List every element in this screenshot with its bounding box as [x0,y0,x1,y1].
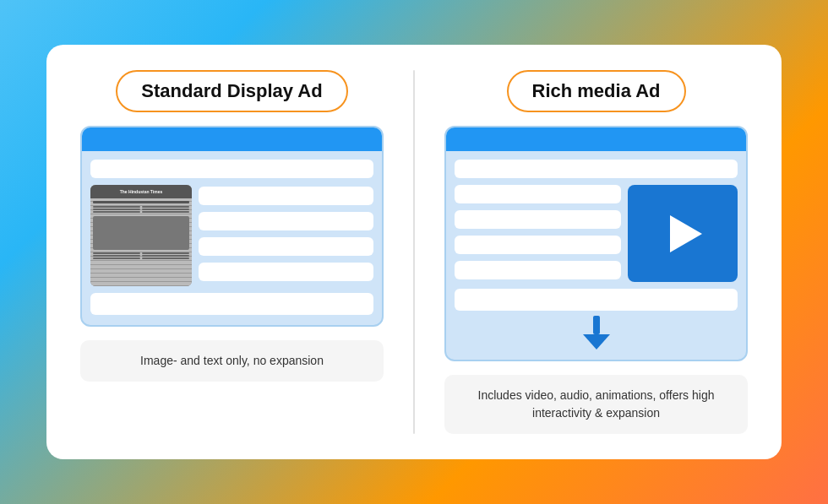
standard-ad-mockup: The Hindustan Times [80,126,384,327]
standard-ad-title: Standard Display Ad [116,70,347,112]
rich-bar-2 [455,210,621,229]
rich-ad-caption: Includes video, audio, animations, offer… [444,375,748,434]
arrow-shaft [593,316,600,334]
std-bar-3 [199,237,373,256]
play-icon [670,215,702,252]
standard-ad-section: Standard Display Ad The Hindustan Times [80,70,384,382]
std-bar-4 [199,263,373,281]
std-bar-2 [199,212,373,230]
std-bar-1 [199,187,373,205]
standard-bottom-bar [90,293,373,315]
main-card: Standard Display Ad The Hindustan Times [46,45,782,459]
rich-bar-4 [455,261,621,279]
rich-ad-title: Rich media Ad [507,70,686,112]
newspaper-image: The Hindustan Times [90,185,192,286]
standard-content-row: The Hindustan Times [90,185,373,286]
rich-ad-section: Rich media Ad [444,70,748,434]
rich-ad-mockup [444,126,748,361]
rich-mockup-body [446,151,746,360]
standard-mockup-body: The Hindustan Times [82,151,382,325]
rich-text-bars [455,185,621,282]
rich-top-bar [455,160,738,178]
standard-mockup-header [82,127,382,151]
standard-ad-caption: Image- and text only, no expansion [80,340,384,382]
rich-mockup-header [446,127,746,151]
rich-bar-1 [455,185,621,203]
newspaper-inner: The Hindustan Times [90,185,192,286]
section-divider [413,70,415,434]
rich-content-row [455,185,738,282]
rich-video-player [628,185,738,282]
standard-text-bars [199,185,373,281]
arrow-head [583,334,610,350]
standard-top-bar [90,160,373,178]
rich-bottom-bar [455,289,738,311]
newspaper-header: The Hindustan Times [90,185,192,198]
rich-bar-3 [455,236,621,254]
newspaper-header-text: The Hindustan Times [120,189,162,194]
rich-bottom-area [455,289,738,350]
expand-arrow-icon [583,316,610,350]
